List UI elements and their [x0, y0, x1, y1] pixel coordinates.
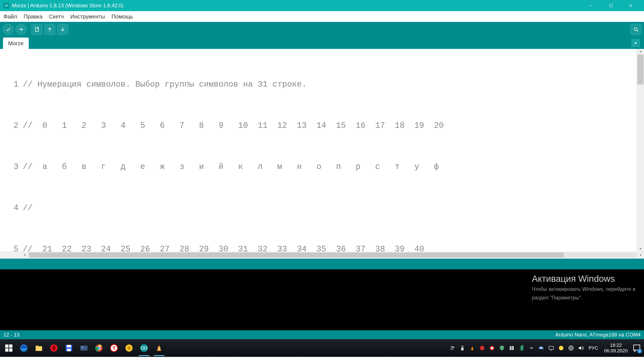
code-editor[interactable]: 1// Нумерация символов. Выбор группы сим…	[0, 49, 637, 251]
menu-edit[interactable]: Правка	[22, 12, 45, 21]
tab-morze[interactable]: Morze	[3, 37, 29, 49]
svg-rect-38	[158, 348, 160, 348]
svg-rect-50	[512, 346, 514, 350]
scroll-down-icon[interactable]	[637, 246, 644, 251]
line-number: 4	[0, 201, 22, 215]
svg-rect-27	[80, 346, 87, 351]
tray-notifications-icon[interactable]: 3	[632, 343, 642, 353]
output-console[interactable]: Активация Windows Чтобы активировать Win…	[0, 269, 644, 330]
svg-rect-21	[36, 346, 38, 347]
taskbar-yandex[interactable]: Y	[108, 342, 120, 354]
scroll-left-icon[interactable]	[22, 252, 28, 258]
svg-rect-39	[158, 349, 160, 350]
tray-bluetooth-icon[interactable]	[518, 344, 526, 352]
svg-point-46	[480, 346, 484, 351]
svg-point-41	[453, 347, 454, 348]
titlebar: Morze | Arduino 1.8.13 (Windows Store 1.…	[0, 0, 644, 11]
save-button[interactable]	[57, 24, 68, 35]
svg-rect-25	[67, 345, 71, 348]
cursor-position: 12 - 13	[4, 332, 555, 338]
tray-monitor-icon[interactable]	[548, 344, 555, 352]
hscroll-thumb[interactable]	[29, 252, 564, 258]
taskbar-save-icon[interactable]	[63, 342, 75, 354]
svg-rect-17	[5, 349, 8, 352]
message-strip	[0, 259, 644, 269]
svg-rect-43	[462, 346, 463, 346]
tab-menu-button[interactable]	[632, 39, 640, 47]
line-number: 2	[0, 119, 22, 132]
taskbar-opera[interactable]	[48, 342, 60, 354]
taskbar-chrome[interactable]	[93, 342, 105, 354]
svg-marker-57	[578, 346, 581, 350]
menu-sketch[interactable]: Скетч	[47, 12, 66, 21]
svg-marker-12	[640, 248, 642, 250]
verify-button[interactable]	[2, 24, 14, 35]
status-bar: 12 - 13 Arduino Nano, ATmega168 на COM4	[0, 330, 644, 339]
vertical-scrollbar[interactable]	[637, 49, 644, 251]
tray-shield-icon[interactable]	[498, 344, 506, 352]
svg-rect-15	[5, 345, 8, 348]
tray-volume-icon[interactable]	[577, 344, 585, 352]
toolbar	[0, 22, 644, 37]
svg-marker-13	[24, 254, 25, 256]
scroll-up-icon[interactable]	[637, 49, 644, 54]
svg-rect-20	[36, 346, 42, 351]
svg-rect-49	[510, 346, 511, 350]
tray-network-icon[interactable]	[567, 344, 575, 352]
line-number: 1	[0, 78, 22, 91]
board-info: Arduino Nano, ATmega168 на COM4	[555, 332, 640, 338]
windows-taskbar: Y РУС 18:2206.09.2020 3	[0, 339, 644, 357]
scroll-thumb[interactable]	[637, 54, 644, 84]
svg-point-53	[559, 346, 563, 351]
taskbar-app-1[interactable]	[78, 342, 90, 354]
svg-rect-5	[36, 27, 38, 31]
svg-point-23	[52, 345, 56, 351]
serial-monitor-button[interactable]	[630, 24, 642, 35]
tray-people-icon[interactable]	[449, 344, 456, 352]
taskbar-explorer[interactable]	[33, 342, 45, 354]
windows-activation-watermark: Активация Windows Чтобы активировать Win…	[532, 275, 636, 302]
taskbar-edge[interactable]	[18, 342, 30, 354]
menu-file[interactable]: Файл	[1, 12, 19, 21]
start-button[interactable]	[2, 342, 15, 354]
tray-power-icon[interactable]	[557, 344, 565, 352]
editor-area: 1// Нумерация символов. Выбор группы сим…	[0, 49, 644, 251]
tray-stop-icon[interactable]	[488, 344, 496, 352]
menu-bar: Файл Правка Скетч Инструменты Помощь	[0, 11, 644, 22]
arduino-app-icon	[4, 2, 10, 8]
tray-clock[interactable]: 18:2206.09.2020	[604, 343, 628, 354]
tray-language[interactable]: РУС	[588, 345, 598, 351]
horizontal-scrollbar[interactable]	[0, 251, 644, 259]
tray-vlc-icon[interactable]	[468, 344, 476, 352]
maximize-button[interactable]	[601, 0, 621, 11]
tray-chevron-up-icon[interactable]	[528, 344, 536, 352]
svg-marker-11	[640, 51, 642, 52]
new-button[interactable]	[31, 24, 42, 35]
tray-battery-icon[interactable]	[458, 344, 466, 352]
menu-tools[interactable]: Инструменты	[68, 12, 107, 21]
svg-text:Y: Y	[112, 345, 116, 351]
close-button[interactable]	[621, 0, 640, 11]
taskbar-app-2[interactable]	[123, 342, 135, 354]
upload-button[interactable]	[16, 24, 26, 35]
svg-marker-14	[640, 254, 642, 256]
svg-rect-26	[67, 349, 71, 351]
svg-marker-45	[471, 346, 474, 350]
scroll-right-icon[interactable]	[638, 252, 644, 258]
svg-rect-16	[9, 345, 12, 348]
taskbar-vlc[interactable]	[153, 342, 165, 354]
taskbar-arduino[interactable]	[138, 342, 150, 354]
open-button[interactable]	[44, 24, 56, 35]
tray-app-icon[interactable]	[508, 344, 516, 352]
window-title: Morze | Arduino 1.8.13 (Windows Store 1.…	[12, 2, 124, 8]
tray-onedrive-icon[interactable]	[538, 344, 545, 352]
svg-point-35	[127, 346, 131, 350]
svg-rect-44	[462, 348, 463, 350]
menu-help[interactable]: Помощь	[109, 12, 135, 21]
system-tray: РУС 18:2206.09.2020 3	[449, 343, 643, 354]
svg-rect-28	[81, 347, 84, 348]
svg-point-40	[451, 346, 452, 348]
svg-rect-1	[610, 4, 612, 7]
tray-record-icon[interactable]	[478, 344, 486, 352]
minimize-button[interactable]	[581, 0, 601, 11]
